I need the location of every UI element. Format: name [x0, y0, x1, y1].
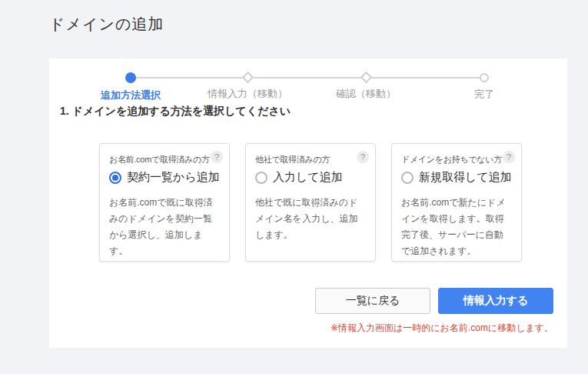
step-complete: 完了: [427, 72, 542, 102]
step-method-selection: 追加方法選択: [73, 72, 188, 102]
option-card-new-registration[interactable]: ドメインをお持ちでない方 ? 新規取得して追加 お名前.comで新たにドメインを…: [391, 143, 522, 262]
radio-label[interactable]: 契約一覧から追加: [127, 170, 220, 185]
audience-label: ドメインをお持ちでない方: [401, 154, 512, 165]
progress-stepper: 追加方法選択 情報入力（移動） 確認（移動） 完了: [49, 58, 567, 105]
diamond-step-icon: [241, 72, 254, 84]
step-label: 追加方法選択: [73, 88, 188, 102]
help-icon[interactable]: ?: [211, 151, 223, 163]
radio-label[interactable]: 入力して追加: [273, 170, 343, 185]
radio-label[interactable]: 新規取得して追加: [419, 170, 512, 185]
option-description: お名前.comで新たにドメインを取得します。取得完了後、サーバーに自動で追加され…: [401, 195, 512, 259]
redirect-note: ※情報入力画面は一時的にお名前.comに移動します。: [331, 322, 553, 335]
section-heading: 1. ドメインを追加する方法を選択してください: [60, 105, 291, 119]
option-card-manual-input[interactable]: 他社で取得済みの方 ? 入力して追加 他社で既に取得済みのドメイン名を入力し、追…: [245, 143, 376, 262]
active-step-dot-icon: [125, 72, 136, 83]
action-button-row: 一覧に戻る 情報入力する: [315, 288, 553, 314]
step-label: 確認（移動）: [308, 87, 424, 101]
step-label: 情報入力（移動）: [190, 87, 305, 101]
radio-new-registration[interactable]: [401, 172, 414, 184]
option-card-contract-list[interactable]: お名前.comで取得済みの方 ? 契約一覧から追加 お名前.comで既に取得済み…: [99, 143, 230, 262]
back-to-list-button[interactable]: 一覧に戻る: [315, 288, 430, 314]
option-description: 他社で既に取得済みのドメイン名を入力し、追加します。: [255, 195, 366, 243]
step-info-input: 情報入力（移動）: [190, 72, 305, 101]
circle-step-icon: [480, 73, 489, 82]
step-label: 完了: [427, 88, 542, 102]
help-icon[interactable]: ?: [503, 151, 515, 163]
help-icon[interactable]: ?: [357, 151, 369, 163]
option-description: お名前.comで既に取得済みのドメインを契約一覧から選択し、追加します。: [109, 195, 220, 259]
step-confirmation: 確認（移動）: [308, 72, 424, 101]
content-panel: 追加方法選択 情報入力（移動） 確認（移動） 完了 1. ドメインを追加する方法…: [49, 58, 567, 348]
radio-manual-input[interactable]: [255, 172, 267, 184]
page-title: ドメインの追加: [49, 14, 164, 35]
radio-contract-list[interactable]: [109, 172, 121, 184]
enter-info-button[interactable]: 情報入力する: [438, 288, 553, 314]
audience-label: お名前.comで取得済みの方: [109, 154, 220, 165]
option-card-group: お名前.comで取得済みの方 ? 契約一覧から追加 お名前.comで既に取得済み…: [99, 143, 522, 262]
diamond-step-icon: [360, 72, 372, 84]
audience-label: 他社で取得済みの方: [255, 154, 366, 165]
